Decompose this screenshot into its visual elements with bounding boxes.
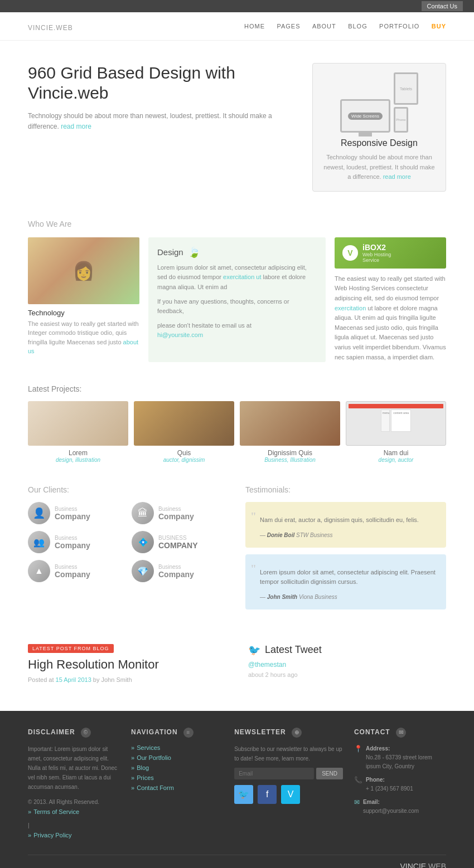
phone-device: Phone [394, 107, 408, 133]
client-icon-1: 🏛 [132, 502, 154, 524]
client-label-5: Business [158, 564, 194, 570]
footer-nav-link-2[interactable]: Blog [131, 764, 223, 771]
design-col: Design 🍃 Lorem ipsum dolor sit amet, con… [148, 237, 326, 362]
address-icon: 📍 [354, 745, 362, 753]
nav-portfolio[interactable]: PORTFOLIO [379, 23, 419, 30]
project-item-1[interactable]: Quis auctor, dignissim [134, 401, 234, 463]
social-icons: 🐦 f V [234, 785, 343, 804]
client-item-2: 👥 Business Company [28, 531, 125, 553]
blog-date-link[interactable]: 15 April 2013 [56, 676, 91, 683]
tweet-handle[interactable]: @themestan [248, 661, 446, 669]
technology-title: Technology [28, 309, 139, 317]
project-tags-0: design, illustration [28, 457, 128, 463]
hosting-sub: Web Hosting Service [362, 252, 391, 263]
project-item-3[interactable]: menu content area Nam dui design, auctor [346, 401, 446, 463]
projects-section: Latest Projects: Lorem design, illustrat… [0, 373, 474, 474]
right-devices: Tablets Phone [394, 72, 418, 133]
testimonials-col: Testimonials: " Nam dui erat, auctor a, … [245, 485, 446, 616]
project-item-0[interactable]: Lorem design, illustration [28, 401, 128, 463]
phone-icon: 📞 [354, 776, 362, 784]
nav-about[interactable]: ABOUT [312, 23, 336, 30]
newsletter-send-button[interactable]: SEND [316, 768, 343, 779]
hosting-col: V iBOX2 Web Hosting Service The easiest … [335, 237, 446, 362]
footer-nav-link-3[interactable]: Prices [131, 774, 223, 781]
monitor-device: Wide Screens [340, 99, 390, 133]
hero-read-more[interactable]: read more [61, 123, 91, 130]
footer-privacy-link[interactable]: Privacy Policy [28, 830, 120, 841]
main-nav: HOME PAGES ABOUT BLOG PORTFOLIO BUY [234, 22, 446, 30]
project-name-2: Dignissim Quis [240, 449, 340, 457]
quote-icon-0: " [251, 506, 256, 526]
client-company-2: Company [55, 541, 90, 550]
responsive-title: Responsive Design [322, 138, 437, 148]
design-link[interactable]: exercitation ut [223, 274, 261, 280]
contact-address-text: Address: No.28 - 63739 street lorem ipsu… [366, 744, 446, 771]
vimeo-social-icon[interactable]: V [281, 785, 300, 804]
header: VINCIE.WEB HOME PAGES ABOUT BLOG PORTFOL… [0, 12, 474, 41]
footer-nav-link-1[interactable]: Our Portfolio [131, 754, 223, 761]
design-email-prompt: please don't hesitate to email us at hi@… [157, 321, 317, 340]
hosting-link[interactable]: exercitation [335, 305, 366, 311]
client-icon-0: 👤 [28, 502, 50, 524]
twitter-icon: 🐦 [248, 644, 260, 656]
tweet-title: Latest Tweet [265, 644, 322, 656]
project-tags-3: design, auctor [346, 457, 446, 463]
facebook-social-icon[interactable]: f [258, 785, 277, 804]
client-company-5: Company [158, 570, 194, 579]
twitter-social-icon[interactable]: 🐦 [234, 785, 253, 804]
leaf-icon: 🍃 [188, 246, 200, 259]
client-item-4: ▲ Business Company [28, 560, 125, 582]
project-thumb-2 [240, 401, 340, 446]
nav-blog[interactable]: BLOG [348, 23, 367, 30]
footer-nav-link-4[interactable]: Contact Form [131, 784, 223, 791]
design-body: Lorem ipsum dolor sit amet, consectetur … [157, 263, 317, 292]
client-text-4: Business Company [55, 564, 90, 579]
client-company-0: Company [55, 512, 90, 521]
client-label-4: Business [55, 564, 90, 570]
blog-meta: Posted at 15 April 2013 by John Smith [28, 676, 226, 683]
client-text-5: Business Company [158, 564, 194, 579]
blog-col: LATEST POST FROM BLOG High Resolution Mo… [28, 644, 226, 683]
client-item-5: 💎 Business Company [132, 560, 229, 582]
client-text-2: Business Company [55, 535, 90, 550]
newsletter-email-input[interactable] [234, 768, 314, 779]
responsive-read-more[interactable]: read more [383, 173, 411, 180]
client-icon-2: 👥 [28, 531, 50, 553]
design-email-link[interactable]: hi@yoursite.com [157, 331, 203, 338]
project-thumb-1 [134, 401, 234, 446]
nav-pages[interactable]: PAGES [277, 23, 300, 30]
project-tags-1: auctor, dignissim [134, 457, 234, 463]
project-item-2[interactable]: Dignissim Quis Business, Illustration [240, 401, 340, 463]
design-contact: If you have any questions, thoughts, con… [157, 297, 317, 316]
contact-us-button[interactable]: Contact Us [422, 1, 463, 11]
contact-icon: ✉ [396, 728, 406, 738]
client-text-1: Business Company [158, 506, 194, 521]
contact-email: ✉ Email: support@yoursite.com [354, 798, 446, 816]
clients-title: Our Clients: [28, 485, 229, 494]
footer-navigation: Navigation ≡ Services Our Portfolio Blog… [131, 728, 223, 843]
footer-terms-link[interactable]: Terms of Service [28, 807, 120, 817]
nav-home[interactable]: HOME [244, 23, 265, 30]
client-label-3: BUSINESS [158, 535, 198, 541]
hosting-badge: V iBOX2 Web Hosting Service [335, 237, 446, 269]
hero-right: Wide Screens Tablets Phone Responsive De… [312, 63, 446, 192]
nav-buy[interactable]: BUY [432, 23, 446, 30]
footer-disclaimer: Disclaimer © Important: Lorem ipsum dolo… [28, 728, 120, 843]
clients-grid: 👤 Business Company 🏛 Business Company 👥 … [28, 502, 229, 582]
footer-newsletter-title: Newsletter ⊕ [234, 728, 343, 738]
project-name-1: Quis [134, 449, 234, 457]
monitor-label: Wide Screens [348, 113, 383, 120]
projects-grid: Lorem design, illustration Quis auctor, … [28, 401, 446, 463]
testimonial-text-1: Lorem ipsum dolor sit amet, consectetur … [260, 568, 437, 587]
logo: VINCIE.WEB [28, 19, 73, 33]
blog-tweet-section: LATEST POST FROM BLOG High Resolution Mo… [0, 633, 474, 694]
testimonial-author-0: — Donie Boil STW Business [260, 531, 437, 540]
devices-row: Wide Screens Tablets Phone [322, 72, 437, 133]
hero-section: 960 Grid Based Design with Vincie.web Te… [0, 41, 474, 208]
client-item-1: 🏛 Business Company [132, 502, 229, 524]
footer-nav-link-0[interactable]: Services [131, 744, 223, 751]
hosting-name: iBOX2 [362, 243, 391, 252]
client-item-3: 💠 BUSINESS COMPANY [132, 531, 229, 553]
client-text-3: BUSINESS COMPANY [158, 535, 198, 550]
projects-title: Latest Projects: [28, 384, 446, 393]
